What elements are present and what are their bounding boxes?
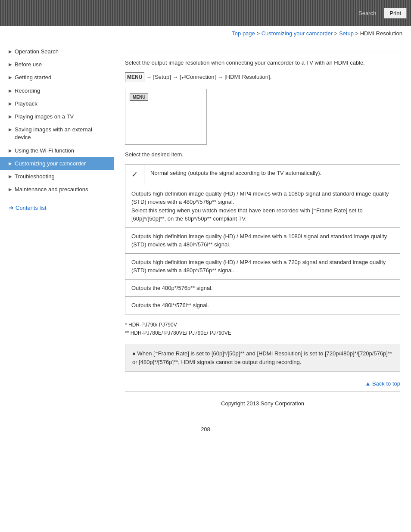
table-row: Outputs the 480p*/576p** signal. bbox=[125, 279, 400, 297]
sidebar-arrow-icon: ▶ bbox=[9, 101, 12, 107]
sidebar-item-label: Troubleshooting bbox=[15, 173, 55, 180]
sidebar-item-wifi[interactable]: ▶Using the Wi-Fi function bbox=[0, 144, 114, 157]
sidebar-item-label: Saving images with an external device bbox=[15, 126, 109, 141]
camcorder-image: MENU bbox=[125, 89, 207, 145]
check-mark: ✓ bbox=[125, 164, 144, 185]
sidebar: ▶Operation Search▶Before use▶Getting sta… bbox=[0, 41, 114, 422]
sidebar-item-label: Recording bbox=[15, 87, 40, 95]
footnote2: ** HDR-PJ780E/ PJ780VE/ PJ790E/ PJ790VE bbox=[125, 329, 400, 337]
sidebar-item-saving-images[interactable]: ▶Saving images with an external device bbox=[0, 123, 114, 144]
contents-list-arrow-icon: ➜ bbox=[9, 204, 14, 211]
sidebar-item-operation-search[interactable]: ▶Operation Search bbox=[0, 45, 114, 58]
table-row: Outputs high definition image quality (H… bbox=[125, 185, 400, 227]
sidebar-arrow-icon: ▶ bbox=[9, 88, 12, 94]
sidebar-arrow-icon: ▶ bbox=[9, 187, 12, 193]
breadcrumb-top[interactable]: Top page bbox=[232, 30, 255, 37]
search-button[interactable]: Search bbox=[353, 8, 381, 18]
table-row: Outputs the 480i*/576i** signal. bbox=[125, 297, 400, 314]
sidebar-item-playing-images[interactable]: ▶Playing images on a TV bbox=[0, 110, 114, 123]
back-to-top-link[interactable]: ▲ Back to top bbox=[365, 380, 400, 387]
sidebar-item-label: Before use bbox=[15, 61, 42, 68]
sidebar-arrow-icon: ▶ bbox=[9, 49, 12, 55]
sidebar-item-label: Maintenance and precautions bbox=[15, 186, 88, 193]
select-text: Select the desired item. bbox=[125, 151, 400, 158]
copyright: Copyright 2013 Sony Corporation bbox=[125, 396, 400, 415]
sidebar-arrow-icon: ▶ bbox=[9, 174, 12, 180]
sidebar-item-recording[interactable]: ▶Recording bbox=[0, 84, 114, 97]
top-divider bbox=[125, 52, 400, 52]
sidebar-item-label: Getting started bbox=[15, 74, 51, 81]
sidebar-arrow-icon: ▶ bbox=[9, 114, 12, 120]
table-row: Outputs high definition image quality (H… bbox=[125, 253, 400, 279]
note-item: When [⁻Frame Rate] is set to [60p]*/[50p… bbox=[132, 349, 393, 366]
print-button[interactable]: Print bbox=[384, 8, 407, 19]
menu-path: MENU → [Setup] → [⇄Connection] → [HDMI R… bbox=[125, 72, 400, 82]
main-content: Select the output image resolution when … bbox=[114, 41, 411, 422]
footer-divider bbox=[125, 391, 400, 392]
intro-text: Select the output image resolution when … bbox=[125, 59, 400, 67]
sidebar-item-label: Playback bbox=[15, 100, 37, 108]
sidebar-item-label: Customizing your camcorder bbox=[15, 160, 86, 168]
footnotes: * HDR-PJ790/ PJ790V ** HDR-PJ780E/ PJ780… bbox=[125, 321, 400, 337]
sidebar-item-label: Operation Search bbox=[15, 48, 59, 56]
page-number: 208 bbox=[0, 422, 411, 445]
sidebar-arrow-icon: ▶ bbox=[9, 161, 12, 167]
footnote1: * HDR-PJ790/ PJ790V bbox=[125, 321, 400, 329]
header: Search Print bbox=[0, 0, 411, 26]
breadcrumb: Top page > Customizing your camcorder > … bbox=[0, 26, 411, 41]
sidebar-item-maintenance[interactable]: ▶Maintenance and precautions bbox=[0, 183, 114, 196]
option-text: Normal setting (outputs the signal accor… bbox=[144, 164, 400, 185]
option-text: Outputs high definition image quality (H… bbox=[125, 227, 400, 253]
option-text: Outputs high definition image quality (H… bbox=[125, 185, 400, 227]
sidebar-item-label: Playing images on a TV bbox=[15, 113, 74, 121]
sidebar-item-playback[interactable]: ▶Playback bbox=[0, 97, 114, 110]
sidebar-item-before-use[interactable]: ▶Before use bbox=[0, 58, 114, 71]
sidebar-item-getting-started[interactable]: ▶Getting started bbox=[0, 71, 114, 84]
option-text: Outputs the 480p*/576p** signal. bbox=[125, 279, 400, 297]
sidebar-arrow-icon: ▶ bbox=[9, 127, 12, 133]
breadcrumb-current: HDMI Resolution bbox=[360, 30, 402, 37]
contents-list-label: Contents list bbox=[16, 205, 47, 211]
option-text: Outputs high definition image quality (H… bbox=[125, 253, 400, 279]
contents-list-link[interactable]: ➜ Contents list bbox=[0, 200, 114, 214]
camcorder-menu-button: MENU bbox=[130, 93, 148, 101]
sidebar-item-label: Using the Wi-Fi function bbox=[15, 147, 74, 155]
option-text: Outputs the 480i*/576i** signal. bbox=[125, 297, 400, 314]
sidebar-item-troubleshooting[interactable]: ▶Troubleshooting bbox=[0, 170, 114, 183]
path-text: → [Setup] → [⇄Connection] → [HDMI Resolu… bbox=[146, 74, 271, 80]
sidebar-divider bbox=[0, 198, 114, 198]
sidebar-item-customizing[interactable]: ▶Customizing your camcorder bbox=[0, 157, 114, 170]
note-box: When [⁻Frame Rate] is set to [60p]*/[50p… bbox=[125, 344, 400, 372]
table-row: ✓Normal setting (outputs the signal acco… bbox=[125, 164, 400, 185]
options-table: ✓Normal setting (outputs the signal acco… bbox=[125, 164, 400, 314]
table-row: Outputs high definition image quality (H… bbox=[125, 227, 400, 253]
sidebar-arrow-icon: ▶ bbox=[9, 62, 12, 68]
sidebar-arrow-icon: ▶ bbox=[9, 148, 12, 154]
breadcrumb-customizing[interactable]: Customizing your camcorder bbox=[262, 30, 333, 37]
breadcrumb-setup[interactable]: Setup bbox=[339, 30, 354, 37]
back-to-top: ▲ Back to top bbox=[125, 380, 400, 387]
page-layout: ▶Operation Search▶Before use▶Getting sta… bbox=[0, 41, 411, 422]
menu-tag: MENU bbox=[125, 72, 144, 82]
sidebar-arrow-icon: ▶ bbox=[9, 75, 12, 81]
